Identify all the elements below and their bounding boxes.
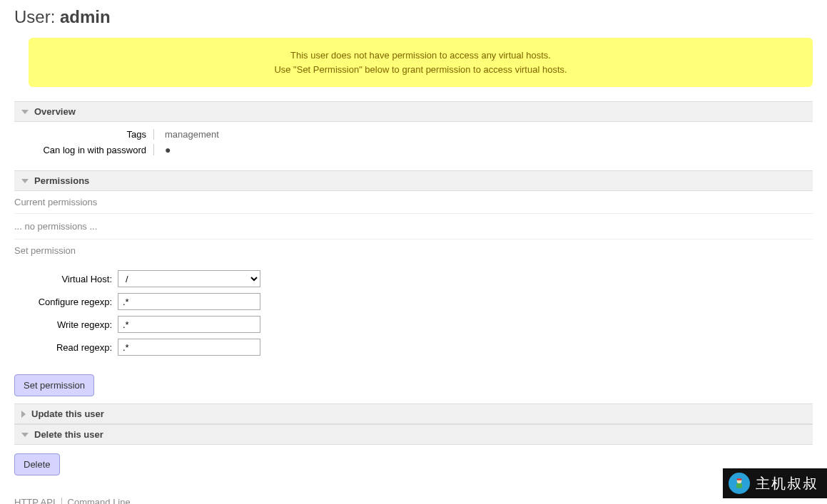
chevron-down-icon bbox=[21, 179, 29, 183]
page-title: User: admin bbox=[14, 7, 813, 27]
configure-input[interactable] bbox=[118, 293, 260, 310]
configure-label: Configure regexp: bbox=[14, 297, 118, 307]
set-permission-heading: Set permission bbox=[14, 240, 813, 262]
warning-line-2: Use "Set Permission" below to grant perm… bbox=[50, 63, 791, 77]
write-input[interactable] bbox=[118, 316, 260, 333]
chevron-down-icon bbox=[21, 110, 29, 114]
read-input[interactable] bbox=[118, 339, 260, 356]
svg-rect-2 bbox=[737, 478, 742, 480]
read-label: Read regexp: bbox=[14, 342, 118, 353]
http-api-link[interactable]: HTTP API bbox=[14, 497, 56, 504]
overview-row-tags: Tags management bbox=[14, 129, 813, 140]
chevron-right-icon bbox=[21, 411, 26, 418]
section-delete-header[interactable]: Delete this user bbox=[14, 424, 813, 445]
section-overview-title: Overview bbox=[34, 106, 76, 117]
bullet-icon: ● bbox=[165, 144, 171, 155]
overview-row-password: Can log in with password ● bbox=[14, 144, 813, 155]
section-overview-header[interactable]: Overview bbox=[14, 101, 813, 122]
svg-rect-1 bbox=[736, 483, 742, 488]
page-title-user: admin bbox=[60, 7, 111, 26]
page-title-prefix: User: bbox=[14, 7, 60, 26]
warning-banner: This user does not have permission to ac… bbox=[29, 38, 813, 87]
section-update-header[interactable]: Update this user bbox=[14, 403, 813, 424]
vhost-select[interactable]: / bbox=[118, 270, 260, 287]
brand-text: 主机叔叔 bbox=[756, 474, 818, 493]
warning-line-1: This user does not have permission to ac… bbox=[50, 48, 791, 63]
tags-value: management bbox=[153, 129, 219, 140]
set-permission-form: Virtual Host: / Configure regexp: Write … bbox=[14, 262, 813, 374]
footer-separator bbox=[61, 498, 62, 505]
brand-mascot-icon bbox=[729, 473, 750, 494]
delete-button[interactable]: Delete bbox=[14, 453, 60, 475]
tags-label: Tags bbox=[14, 129, 153, 140]
no-permissions-text: ... no permissions ... bbox=[14, 214, 813, 240]
overview-body: Tags management Can log in with password… bbox=[14, 122, 813, 170]
current-permissions-heading: Current permissions bbox=[14, 191, 813, 214]
section-update-title: Update this user bbox=[31, 408, 104, 419]
password-label: Can log in with password bbox=[14, 145, 153, 155]
section-permissions-title: Permissions bbox=[34, 175, 89, 186]
footer: HTTP API Command Line bbox=[14, 497, 813, 504]
section-delete-title: Delete this user bbox=[34, 429, 103, 440]
password-value: ● bbox=[153, 144, 171, 155]
set-permission-button[interactable]: Set permission bbox=[14, 374, 94, 396]
brand-badge: 主机叔叔 bbox=[723, 468, 827, 498]
chevron-down-icon bbox=[21, 433, 29, 437]
vhost-label: Virtual Host: bbox=[14, 274, 118, 284]
write-label: Write regexp: bbox=[14, 319, 118, 330]
command-line-link[interactable]: Command Line bbox=[68, 497, 131, 504]
section-permissions-header[interactable]: Permissions bbox=[14, 170, 813, 191]
